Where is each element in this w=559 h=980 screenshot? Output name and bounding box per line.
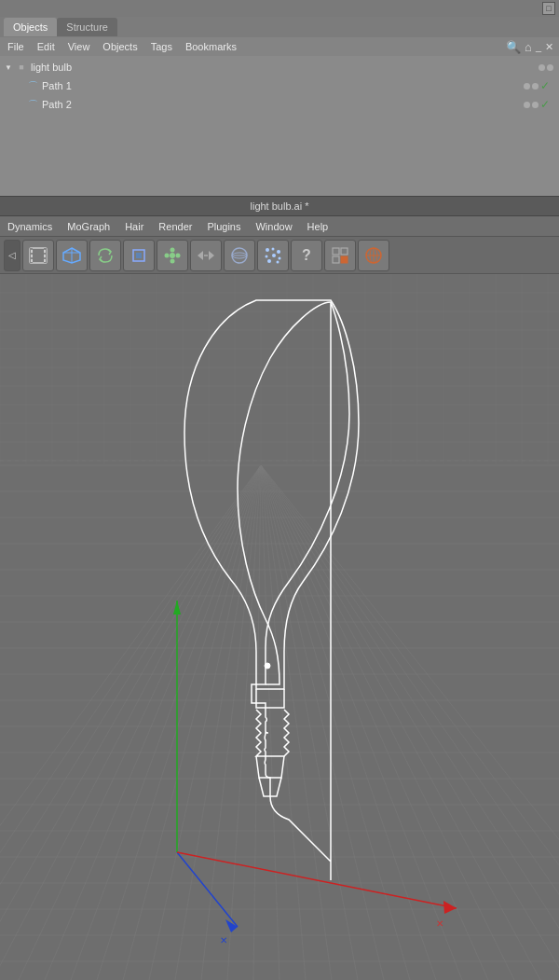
svg-rect-6	[44, 250, 46, 253]
lightbulb-outline: ✕ ✕	[0, 274, 559, 980]
tool-particles[interactable]	[257, 240, 289, 271]
dot6	[532, 102, 539, 108]
svg-point-17	[165, 253, 170, 257]
svg-rect-7	[44, 255, 46, 257]
svg-point-25	[266, 248, 269, 252]
tree-empty-space	[0, 114, 559, 160]
svg-point-31	[267, 259, 271, 263]
svg-rect-34	[341, 248, 348, 255]
svg-point-16	[170, 258, 175, 263]
svg-point-42	[265, 663, 270, 669]
svg-marker-48	[443, 901, 457, 914]
tool-spline[interactable]	[157, 240, 188, 271]
svg-point-18	[176, 253, 181, 257]
tree-dots-lightbulb	[539, 64, 553, 71]
menu-window[interactable]: Window	[248, 216, 299, 237]
path-icon-1: ⌒	[26, 79, 39, 92]
tab-objects[interactable]: Objects	[4, 18, 57, 36]
tool-expand[interactable]	[190, 240, 222, 271]
svg-point-27	[277, 250, 280, 254]
svg-point-28	[266, 255, 268, 257]
tree-row-lightbulb[interactable]: ▼ ■ light bulb	[0, 58, 559, 76]
viewport-3d[interactable]: ✕ ✕	[0, 274, 559, 980]
tool-3d-cube[interactable]	[56, 240, 88, 271]
search-icon[interactable]: 🔍	[506, 40, 521, 54]
tool-indicator-left[interactable]: ◁	[4, 240, 20, 271]
dot2	[547, 64, 553, 71]
window-maximize-button[interactable]: □	[542, 2, 555, 15]
tool-scale[interactable]	[123, 240, 155, 271]
tool-layout[interactable]	[324, 240, 356, 271]
svg-line-45	[177, 852, 238, 927]
menu-mograph[interactable]: MoGraph	[60, 216, 117, 237]
menu-dynamics[interactable]: Dynamics	[0, 216, 60, 237]
svg-point-30	[279, 256, 281, 259]
svg-point-15	[170, 247, 175, 252]
tree-label-path1: Path 1	[42, 80, 524, 91]
tab-bar: Objects Structure	[0, 17, 559, 37]
menu-objects[interactable]: Objects	[97, 40, 143, 53]
svg-marker-44	[173, 600, 181, 614]
minimize-icon[interactable]: _	[536, 41, 541, 52]
menu-hair[interactable]: Hair	[117, 216, 151, 237]
svg-rect-3	[31, 250, 33, 253]
svg-rect-8	[44, 259, 46, 262]
title-bar: light bulb.ai *	[0, 196, 559, 216]
objects-menu-bar: File Edit View Objects Tags Bookmarks 🔍 …	[0, 37, 559, 56]
dot5	[524, 102, 530, 108]
tree-row-path1[interactable]: ▶ ⌒ Path 1 ✓	[0, 76, 559, 95]
dot3	[524, 83, 530, 90]
menu-render[interactable]: Render	[151, 216, 199, 237]
menu-file[interactable]: File	[2, 40, 30, 53]
menu-bookmarks[interactable]: Bookmarks	[180, 40, 242, 53]
svg-point-26	[272, 247, 275, 250]
top-panel: □ Objects Structure File Edit View Objec…	[0, 0, 559, 196]
title-text: light bulb.ai *	[251, 200, 309, 212]
tool-rotate[interactable]	[89, 240, 121, 271]
tree-row-path2[interactable]: ▶ ⌒ Path 2 ✓	[0, 95, 559, 114]
objects-tree: ▼ ■ light bulb ▶ ⌒ Path 1 ✓ ▶	[0, 56, 559, 162]
svg-marker-19	[198, 251, 203, 260]
toolbar: ◁	[0, 237, 559, 274]
home-icon[interactable]: ⌂	[525, 40, 532, 54]
svg-marker-46	[225, 919, 238, 932]
path-icon-2: ⌒	[26, 98, 39, 111]
check-path1: ✓	[540, 79, 550, 92]
menu-plugins[interactable]: Plugins	[199, 216, 248, 237]
svg-rect-4	[31, 255, 33, 257]
win-control-bar: □	[0, 0, 559, 17]
tool-help[interactable]: ?	[291, 240, 322, 271]
svg-text:✕: ✕	[436, 918, 443, 929]
svg-rect-36	[341, 256, 348, 263]
tree-dots-path2: ✓	[524, 98, 553, 111]
tree-label-lightbulb: light bulb	[31, 62, 539, 73]
svg-text:✕: ✕	[220, 935, 227, 945]
menu-tags[interactable]: Tags	[145, 40, 178, 53]
svg-rect-35	[333, 256, 339, 263]
tool-nurbs[interactable]	[224, 240, 255, 271]
svg-rect-13	[136, 253, 142, 258]
svg-line-47	[177, 852, 457, 908]
tool-web[interactable]	[358, 240, 389, 271]
check-path2: ✓	[540, 98, 550, 111]
svg-rect-33	[333, 248, 339, 255]
menu-view[interactable]: View	[62, 40, 96, 53]
svg-point-32	[277, 260, 280, 263]
svg-point-14	[170, 253, 175, 258]
tool-filmstrip[interactable]	[22, 240, 54, 271]
tree-dots-path1: ✓	[524, 79, 553, 92]
svg-point-29	[272, 254, 276, 257]
menu-help[interactable]: Help	[300, 216, 336, 237]
expand-lightbulb[interactable]: ▼	[4, 62, 13, 72]
svg-marker-20	[209, 251, 214, 260]
dot1	[539, 64, 545, 71]
null-object-icon: ■	[15, 61, 28, 74]
tree-label-path2: Path 2	[42, 99, 524, 110]
main-menu-bar: Dynamics MoGraph Hair Render Plugins Win…	[0, 216, 559, 237]
dot4	[532, 83, 539, 90]
close-icon-menu[interactable]: ✕	[545, 41, 553, 53]
tab-structure[interactable]: Structure	[57, 18, 117, 36]
menu-search-area: 🔍 ⌂ _ ✕	[506, 40, 559, 54]
menu-edit[interactable]: Edit	[32, 40, 61, 53]
svg-rect-5	[31, 259, 33, 262]
